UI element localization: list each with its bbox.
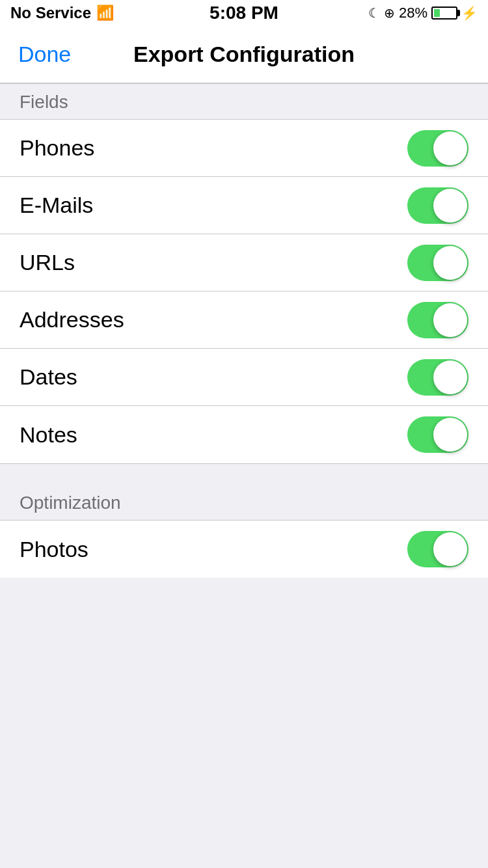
nav-bar: Done Export Configuration (0, 26, 488, 83)
battery-indicator (431, 7, 457, 20)
status-left: No Service 📶 (10, 4, 114, 22)
addresses-toggle[interactable] (407, 302, 468, 338)
notes-toggle[interactable] (407, 416, 468, 453)
phones-label: Phones (20, 135, 94, 161)
phones-toggle[interactable] (407, 130, 468, 167)
fields-header-label: Fields (20, 92, 68, 113)
battery-icon (431, 7, 457, 20)
photos-toggle-knob (433, 532, 467, 566)
dates-toggle-knob (433, 360, 467, 394)
optimization-header-label: Optimization (20, 493, 121, 513)
photos-label: Photos (20, 537, 88, 562)
emails-toggle-knob (433, 189, 467, 223)
notes-label: Notes (20, 422, 77, 448)
dates-toggle[interactable] (407, 359, 468, 396)
status-right: ☾ ⊕ 28% ⚡ (368, 5, 478, 21)
battery-percent: 28% (399, 5, 427, 21)
nav-title: Export Configuration (133, 42, 355, 67)
fields-section-header: Fields (0, 83, 488, 120)
urls-row: URLs (0, 234, 488, 292)
urls-toggle-knob (433, 246, 467, 280)
emails-toggle[interactable] (407, 187, 468, 224)
charging-icon: ⚡ (461, 5, 478, 21)
dates-label: Dates (20, 364, 77, 390)
addresses-row: Addresses (0, 292, 488, 349)
done-button[interactable]: Done (18, 42, 71, 67)
notes-toggle-knob (433, 418, 467, 452)
status-bar: No Service 📶 5:08 PM ☾ ⊕ 28% ⚡ (0, 0, 488, 26)
urls-toggle[interactable] (407, 245, 468, 281)
phones-row: Phones (0, 120, 488, 177)
optimization-section-header: Optimization (0, 463, 488, 521)
emails-label: E-Mails (20, 193, 93, 218)
location-icon: ⊕ (384, 5, 395, 21)
addresses-label: Addresses (20, 307, 124, 332)
status-time: 5:08 PM (210, 3, 278, 23)
wifi-icon: 📶 (96, 5, 114, 21)
notes-row: Notes (0, 406, 488, 463)
urls-label: URLs (20, 250, 75, 275)
addresses-toggle-knob (433, 303, 467, 337)
emails-row: E-Mails (0, 177, 488, 234)
carrier-text: No Service (10, 4, 91, 22)
phones-toggle-knob (433, 131, 467, 165)
battery-fill (434, 9, 440, 17)
fields-list: Phones E-Mails URLs Addresses Dates Note… (0, 120, 488, 463)
photos-toggle[interactable] (407, 531, 468, 567)
dates-row: Dates (0, 349, 488, 406)
photos-row: Photos (0, 521, 488, 578)
optimization-list: Photos (0, 521, 488, 578)
moon-icon: ☾ (368, 5, 380, 21)
